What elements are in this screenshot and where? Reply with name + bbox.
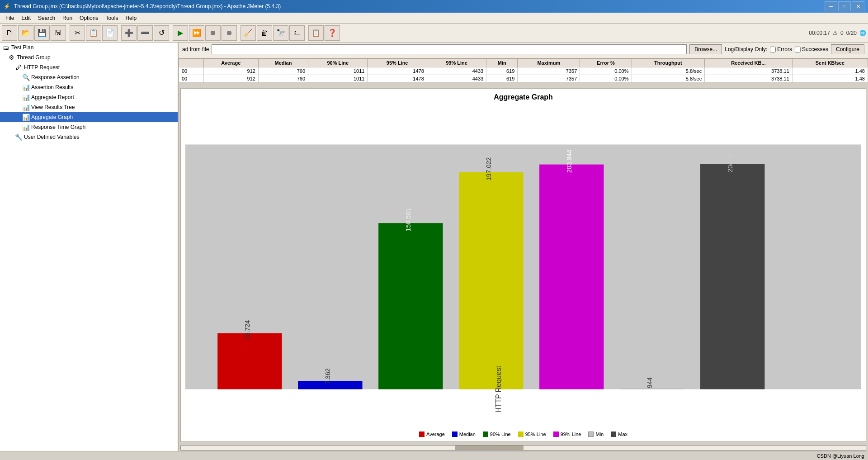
- file-input[interactable]: [212, 44, 687, 54]
- data-table: Average Median 90% Line 95% Line 99% Lin…: [179, 58, 868, 83]
- bar-average: [217, 333, 282, 389]
- svg-text:150.581: 150.581: [405, 208, 412, 231]
- cell-min: 619: [486, 75, 518, 83]
- toolbar-timer-area: 00:00:17 ⚠ 0 0/20 🌐: [809, 30, 866, 36]
- chart-legend: Average Median 90% Line 95% Line 99% Lin…: [419, 432, 627, 437]
- clear-all-button[interactable]: 🗑: [257, 25, 272, 41]
- tree-item-label: Response Assertion: [31, 74, 80, 81]
- copy-button[interactable]: 📋: [86, 25, 101, 41]
- clear-button[interactable]: 🧹: [241, 25, 256, 41]
- tree-item-user-defined-variables[interactable]: 🔧 User Defined Variables: [0, 132, 178, 142]
- cell-received: 3738.11: [705, 67, 793, 75]
- tree-item-label: User Defined Variables: [24, 134, 80, 140]
- cell-median: 760: [258, 75, 308, 83]
- table-row: 00 912 760 1011 1478 4433 619 7357 0.00%…: [179, 67, 868, 75]
- horizontal-scrollbar[interactable]: [179, 444, 868, 451]
- col-median: Median: [258, 59, 308, 67]
- new-button[interactable]: 🗋: [2, 25, 17, 41]
- tree-item-response-time-graph[interactable]: 📊 Response Time Graph: [0, 122, 178, 132]
- run-no-pause-button[interactable]: ⏩: [189, 25, 204, 41]
- table-button[interactable]: 📋: [308, 25, 324, 41]
- save-button[interactable]: 💾: [34, 25, 50, 41]
- tree-item-view-results-tree[interactable]: 📊 View Results Tree: [0, 102, 178, 112]
- open-button[interactable]: 📂: [18, 25, 33, 41]
- legend-color-median: [452, 432, 458, 437]
- menu-search[interactable]: Search: [34, 14, 59, 22]
- svg-text:7.362: 7.362: [324, 368, 331, 384]
- tree-item-http-request[interactable]: 🖊 HTTP Request: [0, 62, 178, 72]
- paste-button[interactable]: 📄: [102, 25, 118, 41]
- top-controls: ad from file Browse... Log/Display Only:…: [179, 43, 868, 58]
- main-layout: 🗂 Test Plan ⚙ Thread Group 🖊 HTTP Reques…: [0, 43, 868, 451]
- table-row: 00 912 760 1011 1478 4433 619 7357 0.00%…: [179, 75, 868, 83]
- tree-item-aggregate-report[interactable]: 📊 Aggregate Report: [0, 92, 178, 102]
- warning-count: 0: [840, 30, 844, 36]
- legend-max: Max: [611, 432, 627, 437]
- cell-error: 0.00%: [580, 75, 632, 83]
- tree-item-test-plan[interactable]: 🗂 Test Plan: [0, 43, 178, 52]
- configure-button[interactable]: Configure: [831, 44, 864, 54]
- cell-95line: 1478: [368, 75, 427, 83]
- svg-text:HTTP Request: HTTP Request: [495, 365, 502, 413]
- minimize-button[interactable]: ─: [825, 1, 837, 11]
- cell-label: 00: [179, 75, 204, 83]
- search-toolbar-button[interactable]: 🔭: [273, 25, 288, 41]
- chart-container: 50.724 7.362 150.581 197.022 203.944: [185, 106, 861, 428]
- view-results-tree-icon: 📊: [22, 103, 30, 111]
- col-throughput: Throughput: [632, 59, 705, 67]
- menu-options[interactable]: Options: [76, 14, 102, 22]
- remove-button[interactable]: ➖: [137, 25, 153, 41]
- cell-median: 760: [258, 67, 308, 75]
- svg-text:203.944: 203.944: [566, 150, 573, 173]
- col-error: Error %: [580, 59, 632, 67]
- tree-item-thread-group[interactable]: ⚙ Thread Group: [0, 52, 178, 62]
- bar-95line: [459, 172, 523, 389]
- tree-item-label: Test Plan: [11, 44, 33, 51]
- close-button[interactable]: ✕: [852, 1, 864, 11]
- scroll-track[interactable]: [180, 445, 866, 451]
- tree-item-aggregate-graph[interactable]: 📊 Aggregate Graph: [0, 112, 178, 122]
- bar-99line: [539, 165, 604, 389]
- successes-checkbox-label: Successes: [795, 46, 828, 52]
- scroll-thumb[interactable]: [455, 446, 524, 450]
- save-as-button[interactable]: 🖫: [51, 25, 66, 41]
- chart-title: Aggregate Graph: [494, 93, 553, 101]
- menu-help[interactable]: Help: [122, 14, 140, 22]
- tree-item-assertion-results[interactable]: 📊 Assertion Results: [0, 82, 178, 92]
- legend-median: Median: [452, 432, 476, 437]
- col-max: Maximum: [518, 59, 580, 67]
- shutdown-button[interactable]: ⏺: [222, 25, 237, 41]
- legend-label-min: Min: [595, 432, 604, 437]
- successes-checkbox[interactable]: [795, 47, 801, 52]
- menu-bar: File Edit Search Run Options Tools Help: [0, 13, 868, 24]
- stop-button[interactable]: ⏹: [205, 25, 221, 41]
- tree-item-label: Response Time Graph: [31, 124, 85, 130]
- help-toolbar-button[interactable]: 🏷: [289, 25, 305, 41]
- maximize-button[interactable]: □: [838, 1, 851, 11]
- panel-divider: [179, 83, 868, 86]
- errors-checkbox[interactable]: [770, 47, 776, 52]
- app-icon: ⚡: [4, 3, 10, 9]
- svg-text:204.364: 204.364: [726, 149, 734, 172]
- cell-90line: 1011: [308, 75, 368, 83]
- browse-button[interactable]: Browse...: [689, 44, 722, 54]
- legend-90line: 90% Line: [483, 432, 511, 437]
- menu-tools[interactable]: Tools: [102, 14, 122, 22]
- legend-color-max: [611, 432, 616, 437]
- add-button[interactable]: ➕: [121, 25, 137, 41]
- col-99line: 99% Line: [427, 59, 486, 67]
- user-defined-variables-icon: 🔧: [14, 133, 23, 141]
- cut-button[interactable]: ✂: [70, 25, 85, 41]
- run-button[interactable]: ▶: [173, 25, 188, 41]
- reset-button[interactable]: ↺: [154, 25, 169, 41]
- legend-color-99line: [553, 432, 559, 437]
- tree-item-label: Aggregate Report: [31, 94, 74, 100]
- tree-item-response-assertion[interactable]: 🔍 Response Assertion: [0, 72, 178, 82]
- info-button[interactable]: ❓: [325, 25, 340, 41]
- menu-run[interactable]: Run: [59, 14, 76, 22]
- menu-file[interactable]: File: [2, 14, 18, 22]
- menu-edit[interactable]: Edit: [18, 14, 34, 22]
- cell-throughput: 5.8/sec: [632, 67, 705, 75]
- file-row: ad from file Browse... Log/Display Only:…: [182, 44, 864, 54]
- assertion-results-icon: 📊: [22, 83, 30, 91]
